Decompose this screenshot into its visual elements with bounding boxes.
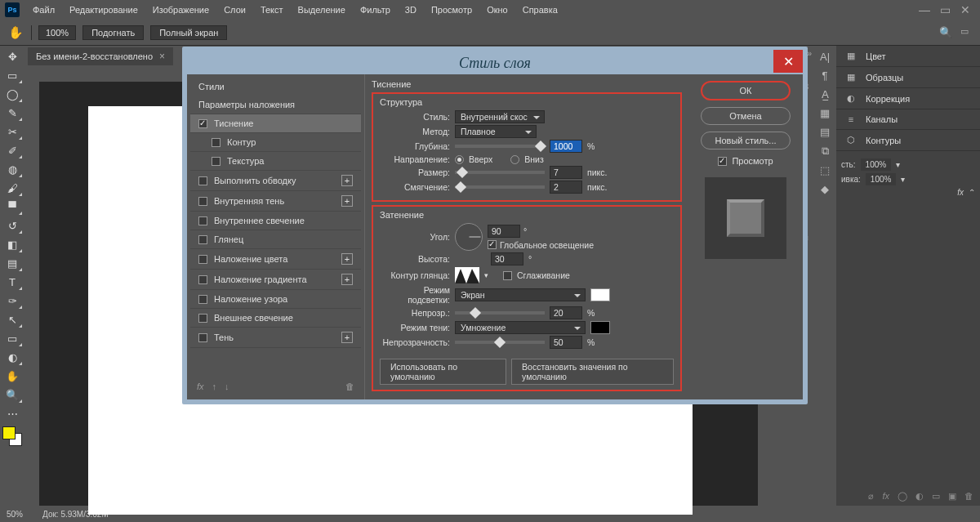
soften-slider[interactable] — [455, 185, 545, 189]
stroke-item[interactable]: Выполнить обводку+ — [190, 171, 361, 191]
antialias-checkbox[interactable] — [503, 271, 512, 280]
zoom-tool[interactable]: 🔍 — [2, 386, 23, 404]
menu-text[interactable]: Текст — [254, 2, 290, 17]
coloroverlay-checkbox[interactable] — [198, 255, 207, 264]
minimize-icon[interactable]: — — [919, 3, 930, 16]
outer-glow-item[interactable]: Внешнее свечение — [190, 309, 361, 328]
brush-tool[interactable]: 🖌 — [2, 179, 23, 197]
bevel-checkbox[interactable] — [198, 119, 207, 128]
channels-panel-tab[interactable]: ≡Каналы — [836, 109, 980, 130]
lasso-tool[interactable]: ◯ — [2, 85, 23, 103]
drop-shadow-item[interactable]: Тень+ — [190, 328, 361, 348]
menu-layers[interactable]: Слои — [217, 2, 252, 17]
blending-options-item[interactable]: Параметры наложения — [190, 96, 361, 114]
gradient-tool[interactable]: ▤ — [2, 254, 23, 272]
angle-input[interactable]: 90 — [488, 225, 520, 238]
fill-value[interactable]: 100% — [866, 173, 897, 185]
shadow-mode-dropdown[interactable]: Умножение — [455, 321, 586, 334]
fx-menu-icon[interactable]: fx — [197, 381, 204, 391]
heal-tool[interactable]: ◍ — [2, 160, 23, 178]
gradoverlay-checkbox[interactable] — [198, 275, 207, 284]
glyphs-panel-icon[interactable]: A̲ — [822, 88, 829, 100]
size-slider[interactable] — [455, 171, 545, 174]
add-innershadow-icon[interactable]: + — [341, 195, 353, 207]
close-tab-icon[interactable]: × — [159, 51, 165, 62]
color-swatch[interactable] — [2, 426, 22, 446]
new-layer-icon[interactable]: ▣ — [948, 491, 956, 502]
ok-button[interactable]: ОК — [701, 81, 791, 100]
paths-panel-tab[interactable]: ⬡Контуры — [836, 130, 980, 151]
add-dropshadow-icon[interactable]: + — [341, 332, 353, 343]
history-brush-tool[interactable]: ↺ — [2, 216, 23, 234]
menu-filter[interactable]: Фильтр — [354, 2, 397, 17]
gloss-contour-picker[interactable] — [455, 267, 479, 283]
contour-checkbox[interactable] — [212, 138, 220, 147]
swatches-panel-tab[interactable]: ▦Образцы — [836, 67, 980, 88]
3d-panel-icon[interactable]: ⬚ — [820, 164, 830, 176]
menu-window[interactable]: Окно — [480, 2, 514, 17]
menu-3d[interactable]: 3D — [399, 2, 423, 17]
dodge-tool[interactable]: ◐ — [2, 348, 23, 366]
new-style-button[interactable]: Новый стиль... — [701, 132, 791, 149]
dialog-close-button[interactable]: ✕ — [773, 50, 803, 73]
outerglow-checkbox[interactable] — [198, 314, 207, 323]
menu-edit[interactable]: Редактирование — [63, 2, 145, 17]
link-icon[interactable]: ⌀ — [868, 491, 874, 502]
patternoverlay-checkbox[interactable] — [198, 295, 207, 304]
stamp-tool[interactable]: ▀ — [2, 198, 23, 216]
satin-item[interactable]: Глянец — [190, 230, 361, 249]
path-select-tool[interactable]: ↖ — [2, 310, 23, 328]
maximize-icon[interactable]: ▭ — [940, 3, 951, 16]
fullscreen-button[interactable]: Полный экран — [150, 25, 227, 40]
nav-panel-icon[interactable]: ▤ — [820, 126, 830, 138]
crop-tool[interactable]: ✂ — [2, 123, 23, 141]
clone-panel-icon[interactable]: ⧉ — [822, 145, 829, 158]
flyout-icon[interactable]: ▭ — [960, 26, 969, 38]
move-tool[interactable]: ✥ — [2, 47, 23, 65]
pen-tool[interactable]: ✑ — [2, 292, 23, 310]
folder-icon[interactable]: ▭ — [932, 491, 940, 502]
color-overlay-item[interactable]: Наложение цвета+ — [190, 249, 361, 270]
document-tab[interactable]: Без имени-2-восстановлено × — [28, 47, 173, 65]
texture-item[interactable]: Текстура — [190, 152, 361, 171]
bevel-emboss-item[interactable]: Тиснение — [190, 114, 361, 133]
move-down-icon[interactable]: ↓ — [225, 381, 229, 391]
shadow-color-chip[interactable] — [590, 321, 610, 334]
method-dropdown[interactable]: Плавное — [455, 125, 537, 138]
innershadow-checkbox[interactable] — [198, 197, 207, 206]
layers-panel-icon[interactable]: ◆ — [821, 183, 829, 195]
hand-tool[interactable]: ✋ — [2, 367, 23, 385]
adjustments-panel-tab[interactable]: ◐Коррекция — [836, 88, 980, 109]
highlight-opacity-input[interactable]: 20 — [550, 306, 582, 319]
dialog-titlebar[interactable]: Стиль слоя ✕ — [187, 51, 803, 74]
global-light-checkbox[interactable] — [488, 240, 497, 249]
menu-image[interactable]: Изображение — [146, 2, 216, 17]
texture-checkbox[interactable] — [212, 157, 220, 166]
styles-header[interactable]: Стили — [190, 78, 361, 96]
size-input[interactable]: 7 — [550, 166, 582, 179]
add-coloroverlay-icon[interactable]: + — [341, 253, 353, 265]
quick-select-tool[interactable]: ✎ — [2, 104, 23, 122]
marquee-tool[interactable]: ▭ — [2, 66, 23, 84]
depth-input[interactable]: 1000 — [550, 140, 582, 153]
direction-down-radio[interactable] — [510, 155, 519, 164]
inner-shadow-item[interactable]: Внутренняя тень+ — [190, 191, 361, 212]
stroke-checkbox[interactable] — [198, 176, 207, 185]
info-panel-icon[interactable]: ▦ — [820, 107, 830, 119]
altitude-input[interactable]: 30 — [491, 252, 523, 265]
style-dropdown[interactable]: Внутренний скос — [455, 110, 545, 123]
make-default-button[interactable]: Использовать по умолчанию — [380, 359, 506, 385]
opacity-value[interactable]: 100% — [861, 158, 892, 171]
paragraph-panel-icon[interactable]: ¶ — [822, 69, 828, 82]
menu-help[interactable]: Справка — [516, 2, 564, 17]
pattern-overlay-item[interactable]: Наложение узора — [190, 290, 361, 309]
direction-up-radio[interactable] — [455, 155, 464, 164]
satin-checkbox[interactable] — [198, 235, 207, 244]
eraser-tool[interactable]: ◧ — [2, 235, 23, 253]
type-tool[interactable]: T — [2, 273, 23, 291]
contour-item[interactable]: Контур — [190, 133, 361, 152]
soften-input[interactable]: 2 — [550, 181, 582, 194]
shadow-opacity-input[interactable]: 50 — [550, 336, 582, 349]
edit-toolbar[interactable]: ⋯ — [2, 404, 23, 422]
shape-tool[interactable]: ▭ — [2, 329, 23, 347]
